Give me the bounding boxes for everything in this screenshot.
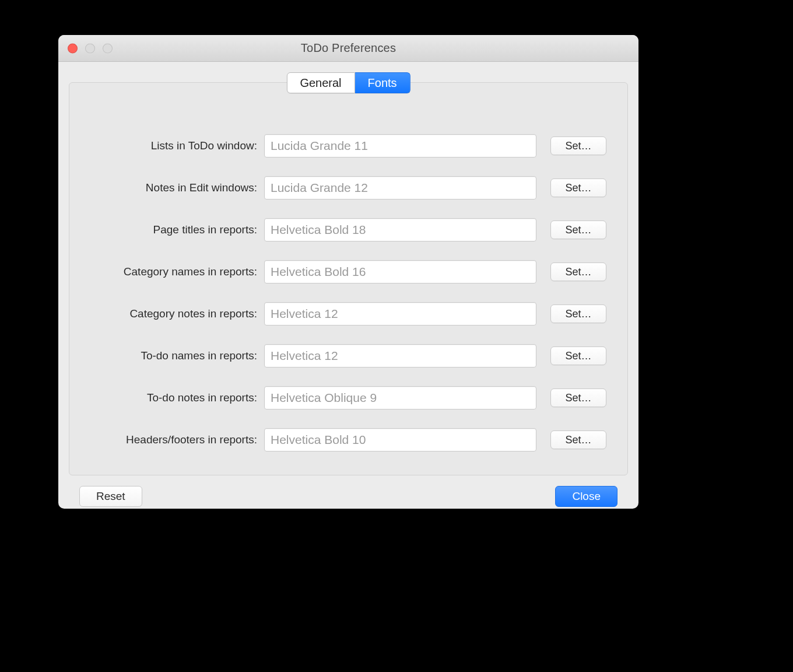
- preferences-window: ToDo Preferences General Fonts Lists in …: [58, 35, 638, 509]
- row-notes: Notes in Edit windows: Set…: [90, 176, 606, 200]
- label-page-titles: Page titles in reports:: [90, 223, 258, 236]
- row-todo-notes: To-do notes in reports: Set…: [90, 386, 606, 410]
- set-button-notes[interactable]: Set…: [550, 178, 606, 197]
- field-notes: [264, 176, 536, 200]
- row-headers-footers: Headers/footers in reports: Set…: [90, 428, 606, 452]
- set-button-page-titles[interactable]: Set…: [550, 220, 606, 239]
- field-category-names: [264, 260, 536, 284]
- row-todo-names: To-do names in reports: Set…: [90, 344, 606, 368]
- field-todo-notes: [264, 386, 536, 410]
- label-headers-footers: Headers/footers in reports:: [90, 433, 258, 446]
- row-page-titles: Page titles in reports: Set…: [90, 218, 606, 242]
- minimize-window-icon: [85, 43, 95, 53]
- close-button[interactable]: Close: [555, 486, 617, 507]
- set-button-lists[interactable]: Set…: [550, 136, 606, 155]
- traffic-lights: [68, 43, 113, 53]
- tab-bar: General Fonts: [286, 72, 410, 93]
- set-button-todo-names[interactable]: Set…: [550, 346, 606, 365]
- set-button-category-notes[interactable]: Set…: [550, 304, 606, 323]
- field-page-titles: [264, 218, 536, 242]
- set-button-headers-footers[interactable]: Set…: [550, 430, 606, 449]
- content-area: General Fonts Lists in ToDo window: Set……: [58, 82, 638, 507]
- row-category-notes: Category notes in reports: Set…: [90, 302, 606, 326]
- label-category-notes: Category notes in reports:: [90, 307, 258, 320]
- set-button-category-names[interactable]: Set…: [550, 262, 606, 281]
- reset-button[interactable]: Reset: [79, 486, 142, 507]
- label-notes: Notes in Edit windows:: [90, 181, 258, 194]
- label-todo-notes: To-do notes in reports:: [90, 391, 258, 404]
- footer: Reset Close: [69, 475, 628, 507]
- label-category-names: Category names in reports:: [90, 265, 258, 278]
- label-todo-names: To-do names in reports:: [90, 349, 258, 362]
- field-lists: [264, 134, 536, 158]
- close-window-icon[interactable]: [68, 43, 78, 53]
- row-lists: Lists in ToDo window: Set…: [90, 134, 606, 158]
- titlebar: ToDo Preferences: [58, 35, 638, 62]
- set-button-todo-notes[interactable]: Set…: [550, 388, 606, 407]
- fonts-pane: General Fonts Lists in ToDo window: Set……: [69, 82, 628, 475]
- label-lists: Lists in ToDo window:: [90, 139, 258, 152]
- window-title: ToDo Preferences: [58, 41, 638, 55]
- field-todo-names: [264, 344, 536, 368]
- zoom-window-icon: [103, 43, 113, 53]
- field-headers-footers: [264, 428, 536, 452]
- row-category-names: Category names in reports: Set…: [90, 260, 606, 284]
- tab-fonts[interactable]: Fonts: [355, 72, 410, 93]
- field-category-notes: [264, 302, 536, 326]
- tab-general[interactable]: General: [286, 72, 355, 93]
